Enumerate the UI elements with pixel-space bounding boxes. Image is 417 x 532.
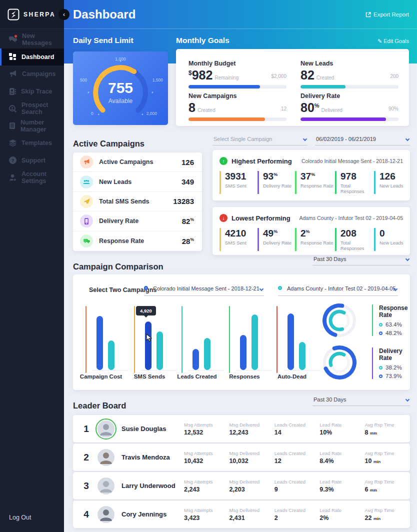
goal-progress-fill (188, 118, 265, 121)
goal-caption: Created (198, 108, 216, 113)
comparison-range-select[interactable]: Past 30 Days (312, 254, 410, 266)
teal-ring-icon (379, 323, 382, 326)
lowest-performing-campaign: Adams County - Infutor Test 02 - 2019-04… (299, 215, 403, 221)
export-report-label: Export Report (374, 12, 409, 18)
person-search-icon (9, 105, 16, 112)
sidebar-item-label: Templates (22, 140, 52, 146)
stat-label: Delivery Rate (99, 218, 182, 224)
delivery-rate-donut (320, 344, 358, 382)
campaign-one-select[interactable]: Colorado Initial Message Sent - 2018-12-… (144, 284, 264, 296)
rank: 4 (80, 509, 92, 520)
sidebar-item-label: Prospect Search (22, 102, 64, 116)
lowest-performing-card: ↓ Lowest Performing Adams County - Infut… (212, 207, 410, 255)
chevron-down-icon (303, 137, 307, 141)
sidebar: SHERPA ‹ New Messages Dashboard Campaign… (0, 0, 64, 532)
campaign-stats-card: Active Campaigns 126 New Leads 349 Total… (73, 152, 202, 251)
bar-campaign2[interactable] (204, 338, 210, 370)
stat-value: 13283 (173, 197, 194, 206)
bar-campaign1[interactable] (240, 335, 246, 370)
sidebar-item-prospect-search[interactable]: Prospect Search (0, 100, 64, 118)
goal-prefix: $ (188, 70, 192, 76)
edit-goals-button[interactable]: ✎ Edit Goals (378, 38, 409, 44)
page-title: Dashboard (73, 8, 136, 22)
sidebar-item-campaigns[interactable]: Campaigns (0, 66, 64, 83)
axis-baseline (236, 370, 272, 370)
sidebar-item-number-manager[interactable]: Number Manager (0, 118, 64, 135)
axis-baseline (284, 370, 320, 370)
goal-target: 90% (388, 106, 398, 112)
gauge-tick-1000: 1,000 (73, 56, 168, 62)
campaign-two-marker-icon (278, 286, 282, 290)
metric-total-responses: 208Total Responses (335, 228, 374, 251)
date-range-select[interactable]: 06/02/2019 - 06/21/2019 (315, 134, 410, 146)
daily-send-limit-title: Daily Send Limit (73, 36, 134, 45)
goal-progress-track (300, 85, 398, 88)
bar-campaign1[interactable] (192, 349, 199, 370)
leaderboard-row-2: 2 Travis Mendoza Msg Attempts10,432 Msg … (73, 444, 410, 471)
sidebar-item-account-settings[interactable]: Account Settings (0, 169, 64, 186)
bar-campaign2[interactable] (108, 340, 114, 370)
leaderboard-range-value: Past 30 Days (314, 396, 346, 402)
bar-campaign2[interactable] (299, 342, 306, 370)
stat-value: 82 (182, 217, 190, 226)
sidebar-item-support[interactable]: ? Support (0, 152, 64, 170)
sidebar-item-templates[interactable]: Templates (0, 134, 64, 152)
chat-reply-icon (80, 234, 93, 248)
export-report-button[interactable]: Export Report (366, 12, 409, 18)
metric-response-rate: 37%Response Rate (295, 171, 335, 194)
gauge-tick-0: 0 (91, 111, 94, 116)
leaderboard-row-4: 4 Cory Jennings Msg Attempts3,423 Msg De… (73, 500, 410, 528)
metric-total-responses: 978Total Responses (335, 171, 374, 194)
campaign-two-value: Adams County - Infutor Test 02 - 2019-04… (287, 286, 396, 292)
question-circle-icon: ? (9, 156, 16, 164)
avatar (96, 418, 116, 440)
sidebar-item-new-messages[interactable]: New Messages (0, 31, 64, 48)
goal-delivery-rate: Delivery Rate 80%Delivered90% (300, 92, 398, 121)
sidebar-item-dashboard[interactable]: Dashboard (0, 48, 64, 66)
axis-baseline (92, 370, 128, 370)
bar-campaign1[interactable] (288, 314, 294, 370)
sidebar-item-label: Campaigns (22, 70, 56, 78)
paper-plane-icon (80, 195, 93, 208)
comparison-range-value: Past 30 Days (314, 256, 346, 262)
sidebar-item-label: Account Settings (22, 170, 64, 184)
goal-value: 82 (300, 68, 314, 82)
stat-suffix: % (190, 217, 194, 222)
bar-campaign2[interactable] (156, 332, 163, 370)
chevron-down-icon (406, 137, 410, 141)
bar-group-leads-created (182, 306, 212, 370)
bar-campaign1[interactable] (145, 322, 152, 370)
delivery-rate-legend: Delivery Rate 38.2% 73.9% (372, 348, 417, 379)
lowest-performing-label: Lowest Performing (232, 214, 299, 222)
chevron-down-icon (406, 257, 410, 261)
goal-progress-fill (300, 85, 346, 88)
agent-name: Cory Jennings (122, 510, 184, 518)
bar-campaign2[interactable] (252, 314, 258, 370)
single-campaign-select[interactable]: Select Single Campaign (212, 134, 308, 146)
unread-badge (14, 34, 18, 38)
avatar (96, 447, 116, 468)
legend-value: 63.4% (386, 322, 402, 328)
person-gear-icon (9, 174, 16, 182)
bar-tooltip: 4,920 (136, 306, 156, 316)
sidebar-collapse-button[interactable]: ‹ (58, 9, 70, 20)
gauge-value: 755 (73, 80, 168, 96)
goal-name: Monthly Budget (188, 60, 286, 67)
arrow-down-circle-icon: ↓ (220, 214, 228, 222)
logout-button[interactable]: Log Out (9, 514, 31, 521)
leaderboard-range-select[interactable]: Past 30 Days (312, 394, 410, 406)
stat-value: 349 (182, 178, 194, 186)
teal-ring-icon (379, 366, 382, 370)
chevron-down-icon (260, 287, 264, 291)
gauge-caption: Available (73, 98, 168, 104)
export-icon (366, 12, 371, 18)
bar-group-campaign-cost (86, 306, 116, 370)
mouse-cursor (146, 334, 153, 342)
campaign-two-select[interactable]: Adams County - Infutor Test 02 - 2019-04… (278, 284, 398, 296)
bar-campaign1[interactable] (96, 316, 103, 370)
avatar (96, 476, 116, 496)
goal-new-campaigns: New Campaigns 8Created12 (188, 92, 286, 121)
stat-label: Response Rate (99, 238, 182, 244)
sidebar-item-skip-trace[interactable]: Skip Trace (0, 83, 64, 100)
logo-text: SHERPA (24, 11, 56, 18)
